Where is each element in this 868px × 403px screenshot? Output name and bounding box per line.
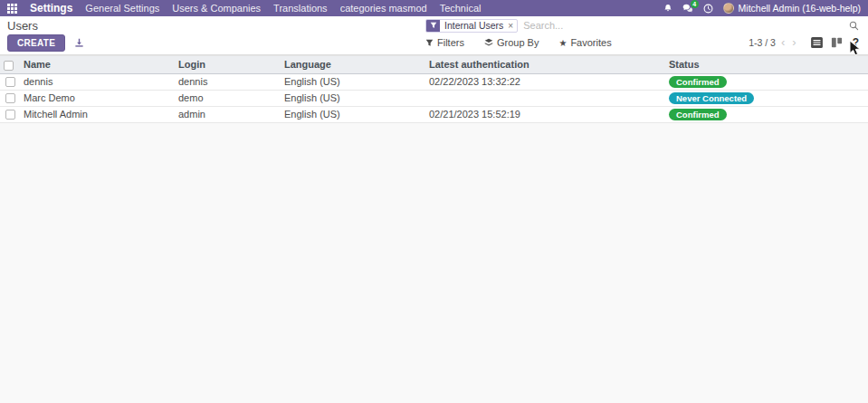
apps-menu-icon[interactable] — [7, 4, 17, 14]
facet-remove-icon[interactable]: × — [508, 20, 517, 32]
filter-funnel-icon — [426, 20, 440, 32]
avatar — [723, 3, 734, 14]
column-header-name[interactable]: Name — [20, 56, 175, 74]
select-all-checkbox[interactable] — [4, 61, 14, 71]
page-title: Users — [7, 19, 425, 33]
cell-login[interactable]: admin — [175, 106, 281, 122]
search-facet-internal-users[interactable]: Internal Users × — [425, 19, 518, 33]
filters-label: Filters — [437, 37, 464, 48]
cell-login[interactable]: demo — [175, 90, 281, 106]
messages-icon[interactable]: 4 — [682, 4, 693, 14]
menu-general-settings[interactable]: General Settings — [85, 3, 159, 14]
kanban-view-button[interactable] — [831, 37, 843, 48]
export-download-icon[interactable] — [74, 38, 84, 48]
status-badge: Confirmed — [669, 76, 727, 88]
column-header-language[interactable]: Language — [281, 56, 425, 74]
cell-name[interactable]: Marc Demo — [20, 90, 175, 106]
filters-button[interactable]: Filters — [425, 37, 464, 48]
cell-language[interactable]: English (US) — [281, 106, 425, 122]
top-navbar: Settings General Settings Users & Compan… — [0, 0, 868, 16]
row-checkbox[interactable] — [5, 77, 15, 87]
column-header-login[interactable]: Login — [175, 56, 281, 74]
menu-technical[interactable]: Technical — [440, 3, 482, 14]
cell-language[interactable]: English (US) — [281, 73, 425, 90]
app-name[interactable]: Settings — [30, 2, 72, 14]
row-checkbox[interactable] — [5, 110, 15, 120]
pager-next-button[interactable]: › — [792, 37, 796, 48]
cell-language[interactable]: English (US) — [281, 90, 425, 106]
cell-latest-auth[interactable] — [425, 90, 665, 106]
row-checkbox[interactable] — [5, 93, 15, 103]
menu-categories-masmod[interactable]: categories masmod — [340, 3, 427, 14]
table-row[interactable]: Marc Demo demo English (US) Never Connec… — [0, 90, 868, 106]
facet-label: Internal Users — [440, 20, 508, 32]
status-badge: Confirmed — [669, 109, 727, 120]
status-badge: Never Connected — [669, 92, 754, 104]
pager-range: 1-3 / 3 — [749, 37, 776, 48]
favorites-label: Favorites — [570, 37, 611, 48]
search-icon[interactable] — [849, 21, 859, 31]
column-header-latest-auth[interactable]: Latest authentication — [425, 56, 665, 74]
cell-name[interactable]: dennis — [20, 73, 175, 90]
search-input[interactable] — [523, 20, 844, 31]
pager-prev-button[interactable]: ‹ — [781, 37, 785, 48]
table-row[interactable]: dennis dennis English (US) 02/22/2023 13… — [0, 73, 868, 90]
cell-latest-auth[interactable]: 02/22/2023 13:32:22 — [425, 73, 665, 90]
view-switcher: ? — [811, 36, 861, 49]
cell-latest-auth[interactable]: 02/21/2023 15:52:19 — [425, 106, 665, 122]
messages-badge: 4 — [691, 0, 699, 8]
cell-name[interactable]: Mitchell Admin — [20, 106, 175, 122]
column-header-status[interactable]: Status — [665, 56, 868, 74]
control-panel: Users Internal Users × CREATE — [0, 16, 868, 55]
user-name: Mitchell Admin (16-web-help) — [739, 3, 861, 14]
help-button[interactable]: ? — [851, 36, 861, 49]
menu-translations[interactable]: Translations — [273, 3, 328, 14]
table-row[interactable]: Mitchell Admin admin English (US) 02/21/… — [0, 106, 868, 122]
cell-login[interactable]: dennis — [175, 73, 281, 90]
group-by-label: Group By — [497, 37, 539, 48]
group-by-button[interactable]: Group By — [484, 37, 539, 48]
menu-users-companies[interactable]: Users & Companies — [172, 3, 261, 14]
users-list-table: Name Login Language Latest authenticatio… — [0, 55, 868, 123]
activities-clock-icon[interactable] — [703, 4, 713, 14]
bell-icon[interactable] — [663, 4, 672, 13]
star-icon: ★ — [558, 38, 567, 48]
favorites-button[interactable]: ★ Favorites — [558, 37, 611, 48]
user-menu[interactable]: Mitchell Admin (16-web-help) — [723, 3, 861, 14]
search-bar[interactable]: Internal Users × — [425, 19, 861, 33]
list-view-button[interactable] — [811, 37, 823, 48]
create-button[interactable]: CREATE — [7, 34, 65, 52]
table-header-row: Name Login Language Latest authenticatio… — [0, 56, 868, 74]
